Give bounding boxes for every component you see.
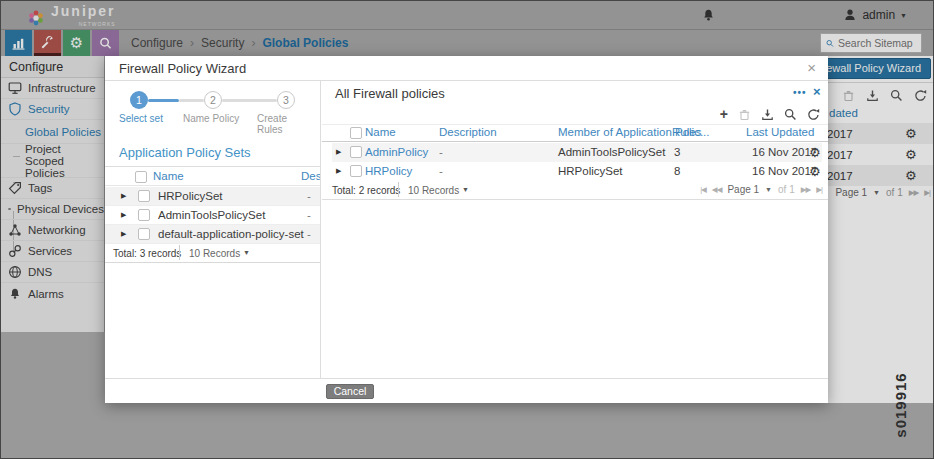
all-firewall-policies-pane: All Firewall policies ••• × + [322,81,828,378]
total-records: Total: 3 records [113,248,181,259]
page-size-select[interactable]: 10 Records [189,248,240,259]
step-2-circle[interactable]: 2 [204,91,222,109]
divider [398,182,399,197]
close-icon[interactable]: × [807,59,816,76]
first-page-icon[interactable]: |◀ [700,185,706,194]
row-checkbox[interactable] [350,146,362,158]
last-page-icon[interactable]: ▶| [816,185,822,194]
policy-row[interactable]: ▶ AdminPolicy - AdminToolsPolicySet 3 16… [332,143,822,162]
caret-down-icon[interactable]: ▼ [462,186,469,193]
row-checkbox[interactable] [138,209,150,221]
pagination: |◀ ◀◀ Page 1 ▼ of 1 ▶▶ ▶| [700,184,822,195]
column-rules[interactable]: Rules [672,126,701,138]
next-page-icon[interactable]: ▶▶ [801,185,811,194]
policy-set-row[interactable]: ▶ HRPolicySet - [105,187,321,206]
cancel-button[interactable]: Cancel [326,384,374,399]
step-connector [179,99,204,102]
caret-down-icon[interactable]: ▼ [765,186,772,193]
step-3-circle[interactable]: 3 [277,91,295,109]
policies-footer: Total: 2 records 10 Records ▼ |◀ ◀◀ Page… [322,180,828,200]
gear-icon[interactable]: ⚙ [809,146,821,159]
step-connector [222,99,277,102]
watermark: s019916 [892,372,909,437]
caret-down-icon[interactable]: ▼ [243,249,250,256]
expand-caret-icon[interactable]: ▶ [336,167,341,174]
search-icon[interactable] [784,108,797,121]
screen: Juniper NETWORKS admin ▼ [0,0,934,459]
prev-page-icon[interactable]: ◀◀ [712,185,722,194]
policy-set-row[interactable]: ▶ AdminToolsPolicySet - [105,206,321,225]
step-2-label: Name Policy [183,113,239,124]
expand-caret-icon[interactable]: ▶ [121,211,126,218]
row-checkbox[interactable] [350,165,362,177]
page-of: of 1 [778,184,795,195]
expand-caret-icon[interactable]: ▶ [121,192,126,199]
panel-title: All Firewall policies [335,86,445,101]
policies-toolbar: + [720,107,820,121]
step-connector [148,99,179,102]
total-records: Total: 2 records [332,185,400,196]
modal-title: Firewall Policy Wizard [119,56,246,81]
row-checkbox[interactable] [138,190,150,202]
gear-icon[interactable]: ⚙ [809,165,821,178]
application-policy-sets-heading: Application Policy Sets [119,145,251,160]
column-name[interactable]: Name [153,170,184,182]
select-all-checkbox[interactable] [350,127,362,139]
page-size-select[interactable]: 10 Records [408,185,459,196]
modal-header: Firewall Policy Wizard × [105,56,828,81]
policy-sets-table-header: Name Desc [105,166,321,186]
panel-menu-icon[interactable]: ••• [793,87,807,98]
modal-footer: Cancel [105,378,828,403]
step-1-label: Select set [119,113,163,124]
policy-sets-pane: 1 2 3 Select set Name Policy Create Rule… [105,81,321,378]
firewall-policy-wizard-modal: Firewall Policy Wizard × 1 2 3 Select se… [105,56,828,403]
page-indicator: Page 1 [727,184,759,195]
select-all-checkbox[interactable] [135,171,147,183]
export-icon[interactable] [761,108,774,121]
refresh-icon[interactable] [807,108,820,121]
panel-close-icon[interactable]: × [813,84,821,99]
policy-set-row[interactable]: ▶ default-application-policy-set - [105,225,321,244]
expand-caret-icon[interactable]: ▶ [336,148,341,155]
step-3-label: Create Rules [257,113,314,135]
wizard-steps: 1 2 3 Select set Name Policy Create Rule… [119,87,314,127]
policy-sets-footer: Total: 3 records 10 Records ▼ [105,243,321,263]
add-icon[interactable]: + [720,107,728,121]
divider [179,245,180,260]
policy-row[interactable]: ▶ HRPolicy - HRPolicySet 8 16 Nov 2017 ⚙ [332,162,822,181]
policies-table-header: Name Description Member of Application P… [322,124,828,142]
column-description[interactable]: Desc [301,170,321,182]
step-1-circle[interactable]: 1 [130,91,148,109]
trash-icon[interactable] [738,108,751,121]
expand-caret-icon[interactable]: ▶ [121,230,126,237]
row-checkbox[interactable] [138,228,150,240]
column-description[interactable]: Description [439,126,497,138]
column-last-updated[interactable]: Last Updated [746,126,814,138]
column-name[interactable]: Name [365,126,396,138]
